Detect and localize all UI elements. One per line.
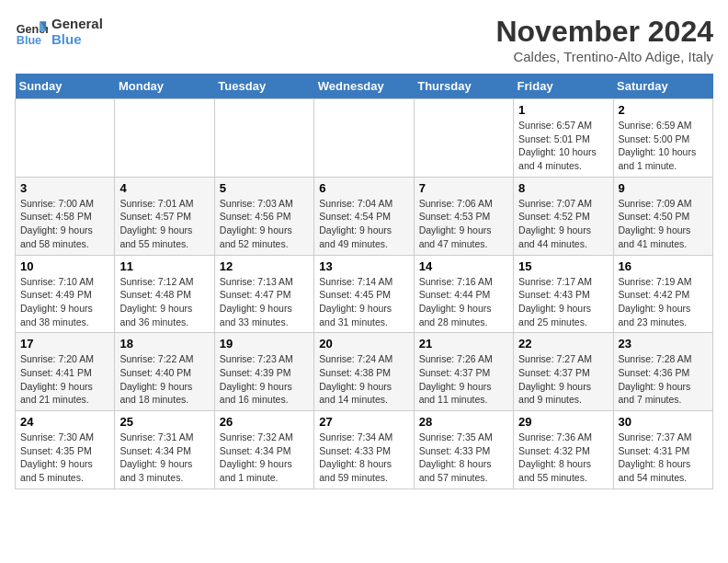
day-number: 27	[319, 415, 408, 429]
day-number: 25	[119, 415, 209, 429]
day-number: 12	[220, 259, 309, 273]
day-number: 7	[419, 181, 508, 195]
day-info: Sunrise: 7:34 AM Sunset: 4:33 PM Dayligh…	[319, 431, 408, 485]
day-number: 2	[619, 103, 708, 117]
calendar-cell: 21Sunrise: 7:26 AM Sunset: 4:37 PM Dayli…	[414, 333, 513, 411]
week-row-0: 1Sunrise: 6:57 AM Sunset: 5:01 PM Daylig…	[16, 99, 713, 178]
day-info: Sunrise: 7:12 AM Sunset: 4:48 PM Dayligh…	[119, 275, 209, 329]
day-number: 11	[119, 259, 209, 273]
day-info: Sunrise: 7:16 AM Sunset: 4:44 PM Dayligh…	[419, 275, 508, 329]
day-info: Sunrise: 7:36 AM Sunset: 4:32 PM Dayligh…	[518, 431, 608, 485]
day-number: 13	[319, 259, 408, 273]
logo-line2: Blue	[51, 31, 103, 47]
calendar-cell: 12Sunrise: 7:13 AM Sunset: 4:47 PM Dayli…	[214, 255, 313, 333]
calendar-cell	[16, 99, 115, 178]
calendar-cell: 3Sunrise: 7:00 AM Sunset: 4:58 PM Daylig…	[16, 177, 115, 255]
calendar-cell: 30Sunrise: 7:37 AM Sunset: 4:31 PM Dayli…	[613, 411, 712, 489]
day-number: 16	[619, 259, 708, 273]
header-sunday: Sunday	[16, 74, 115, 99]
day-info: Sunrise: 7:04 AM Sunset: 4:54 PM Dayligh…	[319, 197, 408, 251]
calendar-cell: 17Sunrise: 7:20 AM Sunset: 4:41 PM Dayli…	[16, 333, 115, 411]
calendar-cell: 9Sunrise: 7:09 AM Sunset: 4:50 PM Daylig…	[613, 177, 712, 255]
day-info: Sunrise: 7:17 AM Sunset: 4:43 PM Dayligh…	[518, 275, 608, 329]
day-number: 20	[319, 337, 408, 350]
title-block: November 2024 Caldes, Trentino-Alto Adig…	[495, 15, 713, 64]
header-thursday: Thursday	[414, 74, 513, 99]
day-info: Sunrise: 7:20 AM Sunset: 4:41 PM Dayligh…	[20, 352, 109, 407]
day-number: 6	[319, 181, 408, 195]
day-info: Sunrise: 7:14 AM Sunset: 4:45 PM Dayligh…	[319, 275, 408, 329]
day-info: Sunrise: 7:31 AM Sunset: 4:34 PM Dayligh…	[119, 431, 209, 485]
day-number: 4	[119, 181, 209, 195]
day-number: 29	[518, 415, 608, 429]
day-info: Sunrise: 7:23 AM Sunset: 4:39 PM Dayligh…	[220, 352, 309, 407]
day-info: Sunrise: 7:03 AM Sunset: 4:56 PM Dayligh…	[220, 197, 309, 251]
calendar-cell: 22Sunrise: 7:27 AM Sunset: 4:37 PM Dayli…	[514, 333, 613, 411]
calendar-cell: 4Sunrise: 7:01 AM Sunset: 4:57 PM Daylig…	[115, 177, 214, 255]
day-info: Sunrise: 7:27 AM Sunset: 4:37 PM Dayligh…	[518, 352, 608, 407]
day-number: 3	[20, 181, 109, 195]
calendar-cell	[314, 99, 414, 178]
calendar-cell: 6Sunrise: 7:04 AM Sunset: 4:54 PM Daylig…	[314, 177, 414, 255]
calendar-cell: 19Sunrise: 7:23 AM Sunset: 4:39 PM Dayli…	[214, 333, 313, 411]
calendar-cell: 26Sunrise: 7:32 AM Sunset: 4:34 PM Dayli…	[214, 411, 313, 489]
day-number: 22	[518, 337, 608, 350]
day-info: Sunrise: 7:35 AM Sunset: 4:33 PM Dayligh…	[419, 431, 508, 485]
day-info: Sunrise: 7:10 AM Sunset: 4:49 PM Dayligh…	[20, 275, 109, 329]
day-number: 5	[220, 181, 309, 195]
calendar-cell: 28Sunrise: 7:35 AM Sunset: 4:33 PM Dayli…	[414, 411, 513, 489]
day-info: Sunrise: 7:37 AM Sunset: 4:31 PM Dayligh…	[619, 431, 708, 485]
day-number: 1	[518, 103, 608, 117]
calendar-cell: 2Sunrise: 6:59 AM Sunset: 5:00 PM Daylig…	[613, 99, 712, 178]
calendar-cell: 15Sunrise: 7:17 AM Sunset: 4:43 PM Dayli…	[514, 255, 613, 333]
calendar-cell: 5Sunrise: 7:03 AM Sunset: 4:56 PM Daylig…	[214, 177, 313, 255]
calendar-cell: 27Sunrise: 7:34 AM Sunset: 4:33 PM Dayli…	[314, 411, 414, 489]
day-number: 26	[220, 415, 309, 429]
logo-line1: General	[51, 16, 103, 31]
calendar-cell: 24Sunrise: 7:30 AM Sunset: 4:35 PM Dayli…	[16, 411, 115, 489]
day-info: Sunrise: 7:19 AM Sunset: 4:42 PM Dayligh…	[619, 275, 708, 329]
calendar-cell: 14Sunrise: 7:16 AM Sunset: 4:44 PM Dayli…	[414, 255, 513, 333]
day-info: Sunrise: 7:00 AM Sunset: 4:58 PM Dayligh…	[20, 197, 109, 251]
day-number: 28	[419, 415, 508, 429]
day-info: Sunrise: 7:28 AM Sunset: 4:36 PM Dayligh…	[619, 352, 708, 407]
calendar-cell: 18Sunrise: 7:22 AM Sunset: 4:40 PM Dayli…	[115, 333, 214, 411]
day-number: 10	[20, 259, 109, 273]
week-row-3: 17Sunrise: 7:20 AM Sunset: 4:41 PM Dayli…	[16, 333, 713, 411]
header-saturday: Saturday	[613, 74, 712, 99]
calendar-cell: 13Sunrise: 7:14 AM Sunset: 4:45 PM Dayli…	[314, 255, 414, 333]
day-number: 24	[20, 415, 109, 429]
calendar-cell: 1Sunrise: 6:57 AM Sunset: 5:01 PM Daylig…	[514, 99, 613, 178]
header-monday: Monday	[115, 74, 214, 99]
day-number: 17	[20, 337, 109, 350]
month-title: November 2024	[495, 15, 713, 49]
day-info: Sunrise: 7:22 AM Sunset: 4:40 PM Dayligh…	[119, 352, 209, 407]
header-wednesday: Wednesday	[314, 74, 414, 99]
day-info: Sunrise: 7:01 AM Sunset: 4:57 PM Dayligh…	[119, 197, 209, 251]
day-info: Sunrise: 6:57 AM Sunset: 5:01 PM Dayligh…	[518, 119, 608, 173]
calendar-cell: 8Sunrise: 7:07 AM Sunset: 4:52 PM Daylig…	[514, 177, 613, 255]
day-number: 30	[619, 415, 708, 429]
calendar-cell: 23Sunrise: 7:28 AM Sunset: 4:36 PM Dayli…	[613, 333, 712, 411]
day-info: Sunrise: 7:13 AM Sunset: 4:47 PM Dayligh…	[220, 275, 309, 329]
header-tuesday: Tuesday	[214, 74, 313, 99]
day-number: 9	[619, 181, 708, 195]
day-number: 23	[619, 337, 708, 350]
calendar-cell: 7Sunrise: 7:06 AM Sunset: 4:53 PM Daylig…	[414, 177, 513, 255]
day-info: Sunrise: 7:24 AM Sunset: 4:38 PM Dayligh…	[319, 352, 408, 407]
day-number: 15	[518, 259, 608, 273]
page-header: General Blue General Blue November 2024 …	[15, 15, 713, 64]
header-friday: Friday	[514, 74, 613, 99]
day-info: Sunrise: 7:07 AM Sunset: 4:52 PM Dayligh…	[518, 197, 608, 251]
week-row-2: 10Sunrise: 7:10 AM Sunset: 4:49 PM Dayli…	[16, 255, 713, 333]
day-number: 8	[518, 181, 608, 195]
week-row-4: 24Sunrise: 7:30 AM Sunset: 4:35 PM Dayli…	[16, 411, 713, 489]
day-number: 21	[419, 337, 508, 350]
day-number: 14	[419, 259, 508, 273]
day-info: Sunrise: 7:09 AM Sunset: 4:50 PM Dayligh…	[619, 197, 708, 251]
calendar-cell: 25Sunrise: 7:31 AM Sunset: 4:34 PM Dayli…	[115, 411, 214, 489]
calendar-cell: 11Sunrise: 7:12 AM Sunset: 4:48 PM Dayli…	[115, 255, 214, 333]
calendar-cell	[115, 99, 214, 178]
day-info: Sunrise: 6:59 AM Sunset: 5:00 PM Dayligh…	[619, 119, 708, 173]
location: Caldes, Trentino-Alto Adige, Italy	[495, 49, 713, 64]
